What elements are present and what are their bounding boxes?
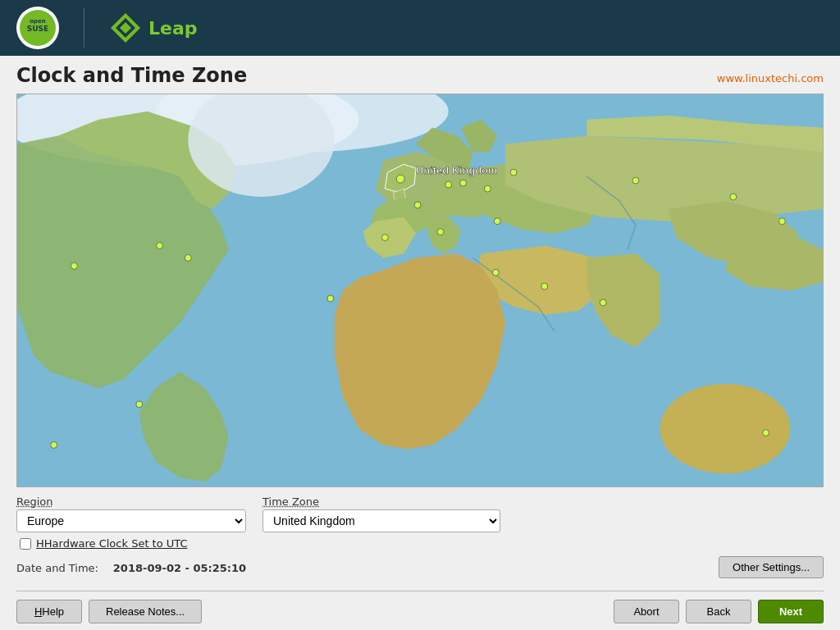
- region-label: Region: [16, 495, 246, 508]
- timezone-label: Time Zone: [262, 495, 500, 508]
- timezone-group: Time Zone United Kingdom UTC London Berl…: [262, 495, 500, 532]
- datetime-value: 2018-09-02 - 05:25:10: [113, 562, 246, 574]
- svg-point-18: [484, 185, 491, 192]
- help-button[interactable]: HHelp: [16, 600, 82, 623]
- svg-point-22: [541, 283, 548, 290]
- svg-point-17: [510, 169, 517, 176]
- svg-text:SUSE: SUSE: [27, 25, 48, 33]
- timezone-select[interactable]: United Kingdom UTC London Berlin Paris: [262, 509, 500, 532]
- bottom-right-buttons: Abort Back Next: [614, 600, 824, 623]
- hardware-clock-checkbox[interactable]: [20, 538, 31, 550]
- svg-point-14: [445, 181, 452, 188]
- svg-point-21: [492, 269, 499, 276]
- map-uk-label: United Kingdom: [416, 164, 497, 176]
- header: open SUSE Leap: [0, 0, 840, 56]
- region-select[interactable]: Europe Americas Asia Africa Australia: [16, 509, 246, 532]
- world-map[interactable]: United Kingdom: [17, 94, 823, 486]
- other-settings-button[interactable]: Other Settings...: [719, 556, 824, 578]
- leap-logo: Leap: [109, 11, 198, 44]
- bottom-left-buttons: HHelp Release Notes...: [16, 600, 202, 623]
- leap-diamond-icon: [109, 11, 142, 44]
- release-notes-button[interactable]: Release Notes...: [89, 600, 202, 623]
- svg-point-29: [157, 242, 163, 249]
- svg-point-32: [136, 401, 143, 408]
- svg-point-24: [632, 177, 639, 184]
- datetime-section: Date and Time: 2018-09-02 - 05:25:10: [16, 561, 246, 574]
- abort-button[interactable]: Abort: [614, 600, 679, 623]
- next-button[interactable]: Next: [758, 600, 824, 623]
- svg-point-30: [71, 262, 77, 269]
- svg-point-25: [730, 194, 737, 200]
- map-container[interactable]: United Kingdom: [16, 94, 824, 487]
- svg-point-20: [494, 218, 500, 225]
- bottom-bar: HHelp Release Notes... Abort Back Next: [16, 591, 824, 630]
- datetime-row: Date and Time: 2018-09-02 - 05:25:10 Oth…: [16, 556, 824, 578]
- datetime-label: Date and Time:: [16, 562, 98, 574]
- svg-point-33: [51, 441, 57, 448]
- svg-text:open: open: [30, 18, 46, 25]
- svg-point-13: [414, 202, 421, 208]
- region-group: Region Europe Americas Asia Africa Austr…: [16, 495, 246, 532]
- page-title: Clock and Time Zone: [16, 64, 247, 87]
- title-row: Clock and Time Zone www.linuxtechi.com: [16, 64, 824, 87]
- svg-point-11: [660, 384, 791, 473]
- svg-point-26: [778, 218, 785, 225]
- suse-logo: open SUSE: [16, 7, 59, 49]
- hardware-clock-label: HHardware Clock Set to UTC: [36, 537, 188, 550]
- svg-point-12: [396, 175, 404, 183]
- svg-point-15: [381, 235, 388, 241]
- leap-label: Leap: [148, 18, 198, 39]
- main-content: Clock and Time Zone www.linuxtechi.com: [0, 56, 840, 630]
- website-link[interactable]: www.linuxtechi.com: [717, 72, 824, 84]
- svg-point-16: [437, 229, 444, 235]
- opensuse-logo-icon: open SUSE: [16, 7, 59, 49]
- svg-point-23: [600, 299, 606, 306]
- svg-point-31: [327, 295, 334, 302]
- back-button[interactable]: Back: [686, 600, 751, 623]
- hardware-clock-row: HHardware Clock Set to UTC: [20, 537, 824, 550]
- svg-point-19: [460, 180, 467, 186]
- svg-point-28: [185, 254, 191, 261]
- header-divider: [84, 8, 84, 48]
- settings-row: Region Europe Americas Asia Africa Austr…: [16, 495, 824, 532]
- svg-point-27: [763, 430, 769, 436]
